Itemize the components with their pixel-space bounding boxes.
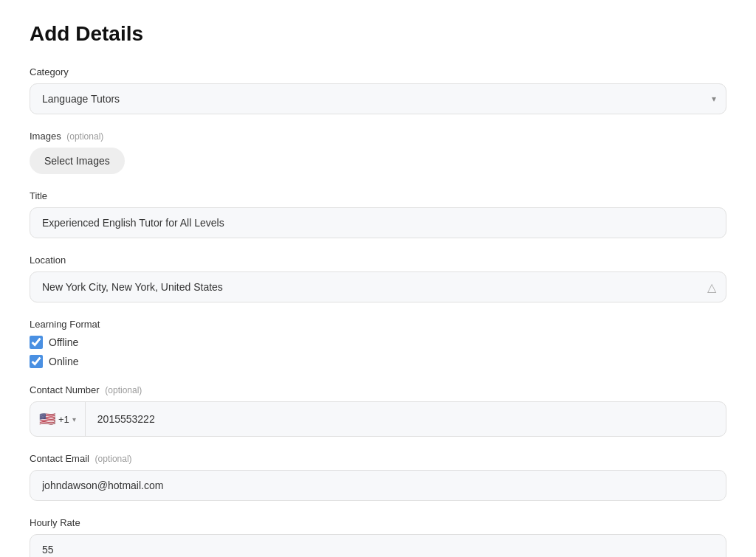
title-label: Title [30,190,726,201]
images-label: Images (optional) [30,131,726,142]
offline-checkbox-item[interactable]: Offline [30,336,726,349]
category-select[interactable]: Language TutorsMath TutorsScience Tutors… [30,83,726,114]
learning-format-section: Learning Format Offline Online [30,319,726,368]
contact-number-label: Contact Number (optional) [30,384,726,395]
hourly-rate-section: Hourly Rate [30,517,726,557]
offline-checkbox[interactable] [30,336,43,349]
phone-number-input[interactable] [86,404,726,434]
online-label: Online [49,356,78,367]
location-section: Location △ [30,255,726,302]
phone-country-selector[interactable]: 🇺🇸 +1 ▾ [30,402,86,436]
category-select-wrapper: Language TutorsMath TutorsScience Tutors… [30,83,726,114]
contact-email-input[interactable] [30,470,726,501]
hourly-rate-input[interactable] [30,534,726,557]
learning-format-options: Offline Online [30,336,726,368]
learning-format-label: Learning Format [30,319,726,330]
title-section: Title [30,190,726,238]
phone-input-wrapper: 🇺🇸 +1 ▾ [30,401,726,437]
contact-email-section: Contact Email (optional) [30,453,726,501]
online-checkbox[interactable] [30,355,43,368]
contact-email-label: Contact Email (optional) [30,453,726,464]
category-section: Category Language TutorsMath TutorsScien… [30,66,726,114]
hourly-rate-label: Hourly Rate [30,517,726,528]
category-label: Category [30,66,726,77]
online-checkbox-item[interactable]: Online [30,355,726,368]
country-code: +1 [58,414,69,425]
offline-label: Offline [49,336,78,348]
title-input[interactable] [30,207,726,238]
location-input[interactable] [30,271,726,302]
select-images-button[interactable]: Select Images [30,148,125,174]
phone-chevron-icon: ▾ [72,415,76,423]
country-flag-icon: 🇺🇸 [39,411,55,427]
location-label: Location [30,255,726,266]
images-section: Images (optional) Select Images [30,131,726,174]
page-title: Add Details [30,22,726,46]
contact-number-section: Contact Number (optional) 🇺🇸 +1 ▾ [30,384,726,437]
location-input-wrapper: △ [30,271,726,302]
